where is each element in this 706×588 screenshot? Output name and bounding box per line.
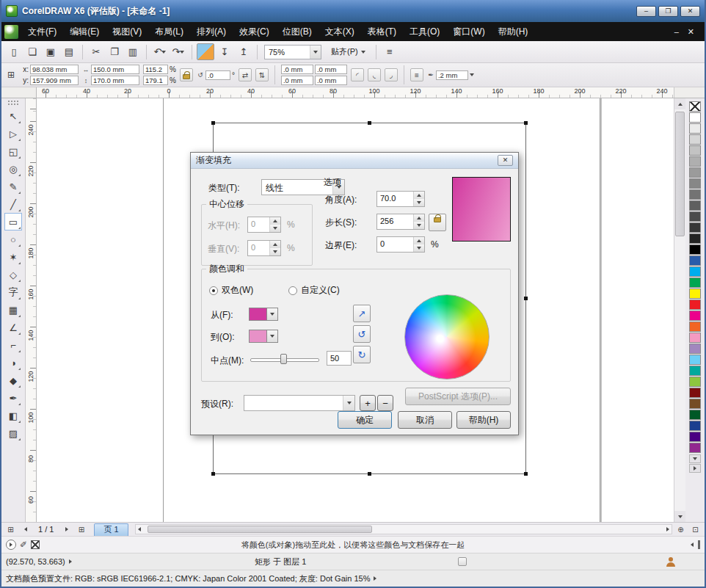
- presets-combo[interactable]: [244, 395, 355, 411]
- shape-tool[interactable]: ▷: [4, 125, 22, 142]
- application-launcher-button[interactable]: [197, 43, 214, 60]
- x-position-field[interactable]: 98.038 mm: [30, 65, 79, 74]
- menu-window[interactable]: 窗口(W): [446, 23, 491, 41]
- connector-tool[interactable]: ⌐: [4, 336, 22, 354]
- color-swatch[interactable]: [689, 300, 701, 310]
- basic-shapes-tool[interactable]: ◇: [4, 266, 22, 283]
- gradient-rotate-cw-button[interactable]: ↻: [353, 346, 371, 363]
- undo-button[interactable]: ↶: [151, 43, 169, 60]
- toolbox-grip[interactable]: [7, 100, 19, 106]
- object-width-field[interactable]: 150.0 mm: [91, 65, 139, 74]
- dimension-tool[interactable]: ∠: [4, 319, 22, 336]
- color-swatch[interactable]: [689, 134, 701, 145]
- polygon-tool[interactable]: ✶: [4, 248, 22, 266]
- collapse-left-icon[interactable]: [691, 542, 694, 547]
- copy-button[interactable]: ❐: [106, 43, 123, 60]
- help-button[interactable]: 帮助(H): [456, 411, 511, 429]
- ruler-origin[interactable]: [1, 87, 37, 98]
- color-swatch[interactable]: [689, 311, 701, 321]
- add-preset-button[interactable]: +: [360, 395, 376, 411]
- rotation-angle-field[interactable]: .0: [205, 70, 230, 80]
- color-swatch[interactable]: [689, 123, 701, 134]
- save-button[interactable]: ▣: [42, 43, 59, 60]
- new-button[interactable]: ▯: [5, 43, 23, 60]
- color-swatch[interactable]: [689, 333, 701, 343]
- color-swatch[interactable]: [689, 432, 701, 442]
- redo-button[interactable]: ↷: [170, 43, 187, 60]
- scalloped-corner-button[interactable]: ◟: [368, 68, 381, 81]
- color-swatch[interactable]: [689, 112, 701, 123]
- table-tool[interactable]: ▦: [4, 301, 22, 319]
- steps-up[interactable]: [414, 214, 424, 222]
- no-color-well[interactable]: [31, 540, 40, 549]
- restore-button[interactable]: ❐: [658, 6, 678, 17]
- options-button[interactable]: ≡: [381, 43, 399, 60]
- color-swatch[interactable]: [689, 288, 701, 299]
- color-swatch[interactable]: [689, 244, 701, 255]
- wrap-text-button[interactable]: ≡: [410, 68, 423, 81]
- to-color-picker[interactable]: [249, 330, 278, 343]
- from-color-caret[interactable]: [267, 308, 277, 320]
- selection-handle[interactable]: [524, 297, 528, 300]
- color-swatch[interactable]: [689, 233, 701, 244]
- corner-radius-tl-field[interactable]: .0 mm: [281, 65, 313, 74]
- expand-button[interactable]: [6, 540, 16, 550]
- dialog-close-button[interactable]: ✕: [498, 155, 513, 166]
- paste-button[interactable]: ▥: [124, 43, 142, 60]
- color-swatch[interactable]: [689, 145, 701, 156]
- ellipse-tool[interactable]: ○: [4, 231, 22, 248]
- document-close-button[interactable]: ✕: [688, 27, 694, 37]
- menu-effects[interactable]: 效果(C): [233, 23, 276, 41]
- color-swatch[interactable]: [689, 200, 701, 211]
- scale-y-field[interactable]: 179.1: [143, 76, 168, 85]
- object-height-field[interactable]: 170.0 mm: [91, 76, 139, 85]
- fill-tool[interactable]: ◧: [4, 407, 22, 424]
- menu-arrange[interactable]: 排列(A): [190, 23, 233, 41]
- mirror-horizontal-button[interactable]: ⇄: [239, 68, 252, 81]
- two-point-line-tool[interactable]: ╱: [4, 195, 22, 213]
- corner-radius-bl-field[interactable]: .0 mm: [281, 76, 313, 85]
- color-swatch[interactable]: [689, 421, 701, 431]
- color-swatch[interactable]: [689, 277, 701, 288]
- color-swatch[interactable]: [689, 443, 701, 453]
- scale-x-field[interactable]: 115.2: [143, 65, 168, 74]
- color-swatch[interactable]: [689, 178, 701, 189]
- horizontal-ruler[interactable]: 604020020406080100120140160180200220240: [37, 87, 674, 98]
- zoom-tool[interactable]: ◎: [4, 160, 22, 178]
- corner-radius-tr-field[interactable]: .0 mm: [315, 65, 347, 74]
- presets-combo-caret[interactable]: [343, 396, 354, 410]
- vertical-scrollbar[interactable]: [674, 98, 685, 522]
- cut-button[interactable]: ✂: [87, 43, 105, 60]
- interactive-fill-tool[interactable]: ▨: [4, 424, 22, 442]
- blend-tool[interactable]: ◑: [4, 354, 22, 371]
- menu-view[interactable]: 视图(V): [106, 23, 148, 41]
- gradient-rotate-ccw-button[interactable]: ↺: [353, 325, 371, 343]
- color-swatch[interactable]: [689, 156, 701, 167]
- fit-page-button[interactable]: ⊡: [689, 524, 702, 535]
- document-properties-icon[interactable]: [458, 557, 467, 566]
- selection-handle[interactable]: [211, 472, 215, 476]
- color-wheel[interactable]: [404, 294, 490, 380]
- round-corner-button[interactable]: ◜: [351, 68, 364, 81]
- vertical-scrollbar-thumb[interactable]: [675, 112, 685, 236]
- steps-lock-button[interactable]: [429, 214, 446, 231]
- color-swatch[interactable]: [689, 189, 701, 200]
- angle-up[interactable]: [414, 192, 424, 199]
- cancel-button[interactable]: 取消: [398, 411, 452, 429]
- mirror-vertical-button[interactable]: ⇅: [255, 68, 269, 81]
- midpoint-input[interactable]: 50: [327, 351, 352, 366]
- color-swatch[interactable]: [689, 167, 701, 178]
- chamfered-corner-button[interactable]: ◞: [385, 68, 398, 81]
- color-eyedropper-tool[interactable]: ◆: [4, 371, 22, 389]
- postscript-options-button[interactable]: PostScript 选项(P)...: [405, 388, 511, 405]
- print-button[interactable]: ▤: [60, 43, 78, 60]
- menu-file[interactable]: 文件(F): [21, 23, 63, 41]
- palette-scroll-down-button[interactable]: [689, 454, 701, 463]
- user-account-icon[interactable]: [666, 557, 675, 567]
- dialog-titlebar[interactable]: 渐变填充 ✕: [191, 153, 518, 169]
- no-color-swatch[interactable]: [689, 101, 701, 112]
- selection-handle[interactable]: [211, 121, 215, 125]
- window-titlebar[interactable]: CorelDRAW X6 (评估版) - [未命名 -1] – ❐ ✕: [1, 0, 705, 22]
- scroll-down-button[interactable]: [674, 511, 685, 522]
- scroll-right-button[interactable]: [666, 527, 669, 531]
